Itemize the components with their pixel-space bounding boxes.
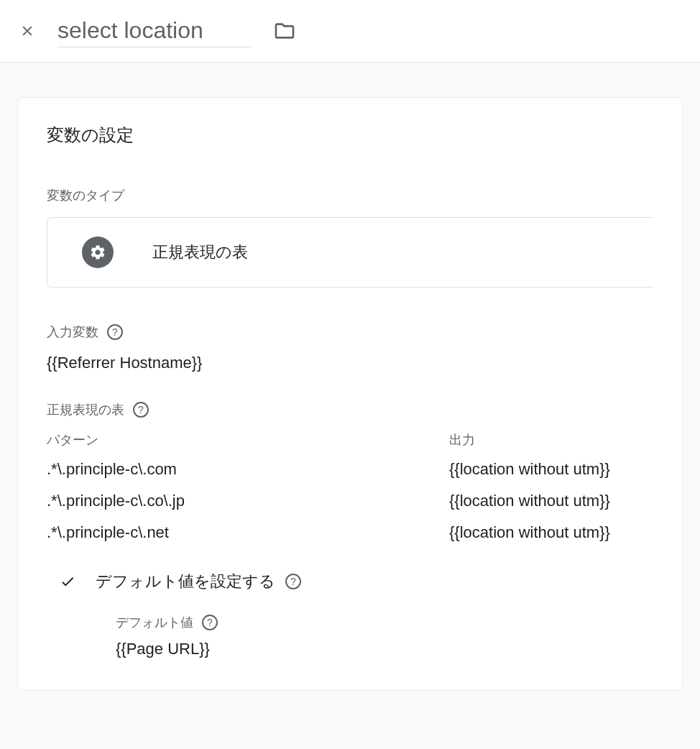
default-value-label-text: デフォルト値 [116,614,193,631]
default-value: {{Page URL}} [116,640,653,658]
pattern-cell: .*\.principle-c\.com [47,460,449,479]
regex-table-label: 正規表現の表 ? [47,401,653,418]
default-checkbox-label: デフォルト値を設定する ? [96,571,301,592]
help-icon[interactable]: ? [285,574,301,589]
input-variable-label: 入力変数 ? [47,323,653,341]
gear-icon-circle [82,236,114,268]
variable-type-value: 正規表現の表 [152,242,248,263]
output-cell: {{location without utm}} [449,492,653,510]
input-variable-label-text: 入力変数 [47,323,98,341]
header-bar [0,0,700,63]
variable-type-selector[interactable]: 正規表現の表 [47,217,653,288]
variable-config-card: 変数の設定 変数のタイプ 正規表現の表 入力変数 ? {{Referrer Ho… [17,97,683,691]
default-value-section: デフォルト値 ? {{Page URL}} [47,614,653,658]
close-icon [19,23,35,39]
output-cell: {{location without utm}} [449,460,653,479]
table-row: .*\.principle-c\.co\.jp {{location witho… [47,492,653,510]
title-input[interactable] [57,14,252,47]
content-area: 変数の設定 変数のタイプ 正規表現の表 入力変数 ? {{Referrer Ho… [0,63,700,691]
pattern-cell: .*\.principle-c\.co\.jp [47,492,449,510]
default-value-label: デフォルト値 ? [116,614,653,631]
help-icon[interactable]: ? [133,402,149,418]
close-button[interactable] [17,21,37,41]
default-value-checkbox-row[interactable]: デフォルト値を設定する ? [47,571,653,592]
column-header-output: 出力 [449,431,653,449]
column-header-pattern: パターン [47,431,449,449]
help-icon[interactable]: ? [107,324,123,340]
output-cell: {{location without utm}} [449,523,653,542]
table-header: パターン 出力 [47,431,653,449]
regex-table-label-text: 正規表現の表 [47,401,124,418]
variable-type-label: 変数のタイプ [47,187,653,204]
pattern-cell: .*\.principle-c\.net [47,523,449,542]
help-icon[interactable]: ? [202,615,218,630]
regex-table-section: 正規表現の表 ? パターン 出力 .*\.principle-c\.com {{… [47,401,653,658]
gear-icon [89,244,106,261]
folder-icon [272,19,298,42]
default-checkbox-label-text: デフォルト値を設定する [96,571,275,592]
table-row: .*\.principle-c\.net {{location without … [47,523,653,542]
section-title: 変数の設定 [47,124,653,147]
input-variable-value: {{Referrer Hostname}} [47,354,653,372]
check-icon [58,572,77,591]
table-row: .*\.principle-c\.com {{location without … [47,460,653,479]
folder-button[interactable] [272,19,298,42]
